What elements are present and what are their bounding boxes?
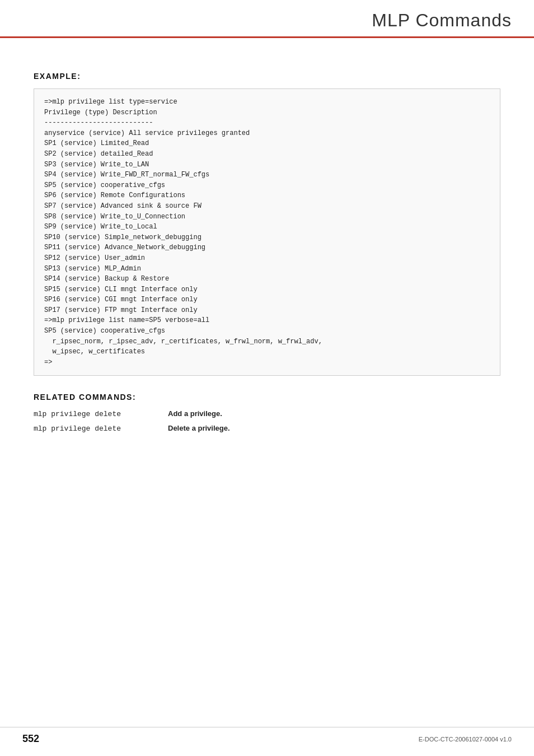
footer-doc-id: E-DOC-CTC-20061027-0004 v1.0	[419, 736, 512, 743]
example-code-block: =>mlp privilege list type=service Privil…	[34, 88, 500, 376]
command-row: mlp privilege deleteAdd a privilege.	[34, 409, 500, 418]
example-heading: EXAMPLE:	[34, 72, 500, 81]
command-code: mlp privilege delete	[34, 410, 134, 418]
command-desc: Delete a privilege.	[168, 424, 230, 432]
page-footer: 552 E-DOC-CTC-20061027-0004 v1.0	[0, 727, 534, 745]
command-row: mlp privilege deleteDelete a privilege.	[34, 424, 500, 433]
footer-page-number: 552	[22, 733, 39, 745]
command-code: mlp privilege delete	[34, 424, 134, 433]
command-desc: Add a privilege.	[168, 409, 222, 418]
related-commands-list: mlp privilege deleteAdd a privilege.mlp …	[34, 409, 500, 433]
page-header: MLP Commands	[0, 0, 534, 38]
page-title: MLP Commands	[372, 10, 512, 31]
main-content: EXAMPLE: =>mlp privilege list type=servi…	[0, 38, 534, 461]
related-commands-heading: RELATED COMMANDS:	[34, 393, 500, 402]
